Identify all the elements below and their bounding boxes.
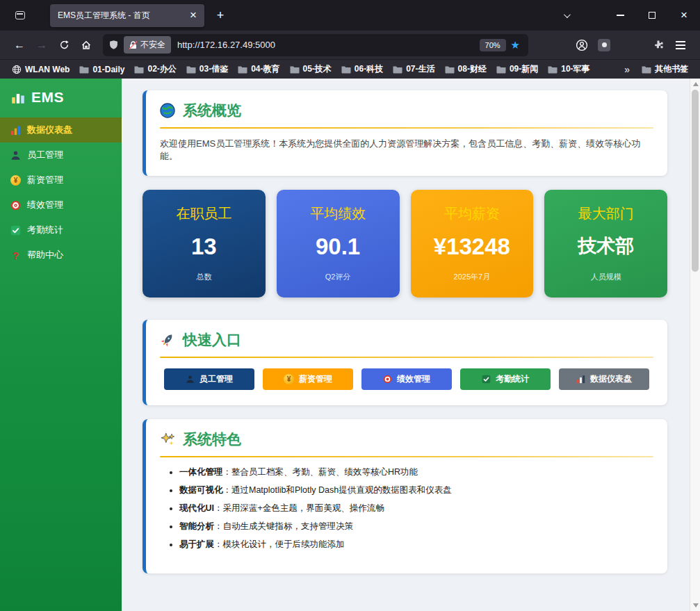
folder-icon xyxy=(134,65,144,74)
stat-subtitle: 人员规模 xyxy=(544,272,667,282)
bookmark-folder-04[interactable]: 04-教育 xyxy=(233,61,284,77)
target-icon xyxy=(383,375,392,384)
tab-bar: EMS员工管理系统 - 首页 + xyxy=(0,0,700,31)
maximize-button[interactable] xyxy=(636,0,668,31)
logo-chart-icon xyxy=(11,90,25,104)
feature-item: 现代化UI：采用深蓝+金色主题，界面美观、操作流畅 xyxy=(179,503,651,514)
quick-button-salary[interactable]: 薪资管理 xyxy=(263,368,353,390)
security-label: 不安全 xyxy=(140,39,165,51)
bookmark-label: WLAN Web xyxy=(25,65,70,74)
forward-button[interactable] xyxy=(31,34,53,56)
app-logo: EMS xyxy=(0,79,122,117)
url-bar[interactable]: 不安全 http://172.16.27.49:5000 70% xyxy=(103,34,528,56)
globe-icon xyxy=(12,65,22,74)
bookmark-folder-09[interactable]: 09-新闻 xyxy=(491,61,543,77)
toolbar-right-icons xyxy=(571,34,692,56)
close-window-button[interactable] xyxy=(668,0,700,31)
sidebar-item-performance[interactable]: 绩效管理 xyxy=(0,193,122,218)
stat-title: 平均薪资 xyxy=(411,204,534,223)
scrollbar-thumb[interactable] xyxy=(692,90,699,272)
bookmark-folder-05[interactable]: 05-技术 xyxy=(285,61,336,77)
bookmark-folder-02[interactable]: 02-办公 xyxy=(129,61,181,77)
bookmarks-overflow-icon[interactable] xyxy=(617,64,637,75)
sidebar-item-salary[interactable]: 薪资管理 xyxy=(0,168,122,193)
page-footer: © 2025 EMS员工管理系统 | 采用Python+Flask+MySQL+… xyxy=(143,587,667,611)
stat-title: 在职员工 xyxy=(143,204,266,223)
firefox-view-icon xyxy=(15,11,25,19)
people-icon xyxy=(186,375,195,384)
stat-card-employees: 在职员工 13 总数 xyxy=(143,190,266,298)
bookmark-folder-03[interactable]: 03-借鉴 xyxy=(181,61,233,77)
check-icon xyxy=(10,225,21,236)
scroll-down-icon[interactable] xyxy=(693,603,699,608)
stat-title: 平均绩效 xyxy=(277,204,400,223)
bookmark-folder-06[interactable]: 06-科技 xyxy=(336,61,388,77)
feature-desc: ：模块化设计，便于后续功能添加 xyxy=(214,539,345,549)
folder-icon xyxy=(79,65,89,74)
firefox-view-button[interactable] xyxy=(10,5,31,26)
sidebar-item-dashboard[interactable]: 数据仪表盘 xyxy=(0,117,122,142)
navigation-toolbar: 不安全 http://172.16.27.49:5000 70% xyxy=(0,31,700,59)
bookmark-label: 09-新闻 xyxy=(510,63,538,75)
bookmark-folder-08[interactable]: 08-财经 xyxy=(440,61,491,77)
url-text[interactable]: http://172.16.27.49:5000 xyxy=(177,40,480,50)
rocket-icon xyxy=(160,332,175,348)
extensions-button[interactable] xyxy=(647,34,669,56)
account-icon xyxy=(576,39,588,51)
shield-icon[interactable] xyxy=(108,40,119,50)
quick-button-label: 数据仪表盘 xyxy=(590,373,632,385)
globe-icon xyxy=(160,103,175,118)
back-button[interactable] xyxy=(8,34,31,56)
sidebar-item-label: 绩效管理 xyxy=(27,199,63,211)
quick-button-attendance[interactable]: 考勤统计 xyxy=(460,368,551,390)
screenshot-extension-button[interactable] xyxy=(593,34,615,56)
stat-card-performance: 平均绩效 90.1 Q2评分 xyxy=(277,190,400,298)
sidebar-item-attendance[interactable]: 考勤统计 xyxy=(0,218,122,243)
stat-subtitle: 总数 xyxy=(143,272,266,282)
zoom-badge[interactable]: 70% xyxy=(480,39,506,51)
account-button[interactable] xyxy=(571,34,593,56)
other-bookmarks[interactable]: 其他书签 xyxy=(637,61,693,77)
quick-entry-head: 快速入口 xyxy=(146,320,667,357)
bookmark-wlan[interactable]: WLAN Web xyxy=(7,63,74,76)
menu-button[interactable] xyxy=(669,34,692,56)
folder-icon xyxy=(548,65,557,74)
list-tabs-button[interactable] xyxy=(555,5,576,26)
stats-row: 在职员工 13 总数 平均绩效 90.1 Q2评分 平均薪资 ¥13248 20… xyxy=(143,190,667,298)
bookmark-label: 01-Daily xyxy=(92,65,124,74)
minimize-button[interactable] xyxy=(604,0,636,31)
sidebar-item-label: 薪资管理 xyxy=(27,174,63,186)
feature-item: 一体化管理：整合员工档案、考勤、薪资、绩效等核心HR功能 xyxy=(179,466,651,478)
reload-button[interactable] xyxy=(53,34,75,56)
feature-desc: ：自动生成关键指标，支持管理决策 xyxy=(214,521,353,531)
feature-desc: ：整合员工档案、考勤、薪资、绩效等核心HR功能 xyxy=(223,467,418,477)
stat-value: ¥13248 xyxy=(411,234,534,260)
security-chip[interactable]: 不安全 xyxy=(124,36,171,54)
scroll-up-icon[interactable] xyxy=(693,82,699,86)
feature-term: 一体化管理 xyxy=(179,467,223,477)
folder-icon xyxy=(341,65,351,74)
feature-desc: ：采用深蓝+金色主题，界面美观、操作流畅 xyxy=(214,503,384,513)
money-icon xyxy=(10,175,21,186)
feature-term: 易于扩展 xyxy=(179,539,214,549)
stat-value: 技术部 xyxy=(544,234,667,259)
home-button[interactable] xyxy=(75,34,97,56)
page-scrollbar[interactable] xyxy=(690,79,700,611)
new-tab-button[interactable]: + xyxy=(210,5,231,26)
quick-button-performance[interactable]: 绩效管理 xyxy=(361,368,452,390)
quick-button-dashboard[interactable]: 数据仪表盘 xyxy=(559,368,649,390)
quick-button-employees[interactable]: 员工管理 xyxy=(164,368,254,390)
close-tab-icon[interactable] xyxy=(186,8,200,22)
bookmark-folder-07[interactable]: 07-生活 xyxy=(388,61,439,77)
browser-tab[interactable]: EMS员工管理系统 - 首页 xyxy=(50,4,204,27)
bookmark-folder-10[interactable]: 10-军事 xyxy=(543,61,594,77)
bookmark-folder-01[interactable]: 01-Daily xyxy=(74,63,129,76)
people-icon xyxy=(10,150,21,161)
sidebar-item-help[interactable]: 帮助中心 xyxy=(0,243,122,268)
quick-button-label: 员工管理 xyxy=(200,373,233,385)
home-icon xyxy=(81,40,92,51)
sidebar-item-employees[interactable]: 员工管理 xyxy=(0,142,122,168)
hamburger-icon xyxy=(676,44,685,46)
bookmark-star-icon[interactable] xyxy=(511,39,520,51)
feature-item: 数据可视化：通过Matplotlib和Plotly Dash提供直观的数据图表和… xyxy=(179,484,651,496)
